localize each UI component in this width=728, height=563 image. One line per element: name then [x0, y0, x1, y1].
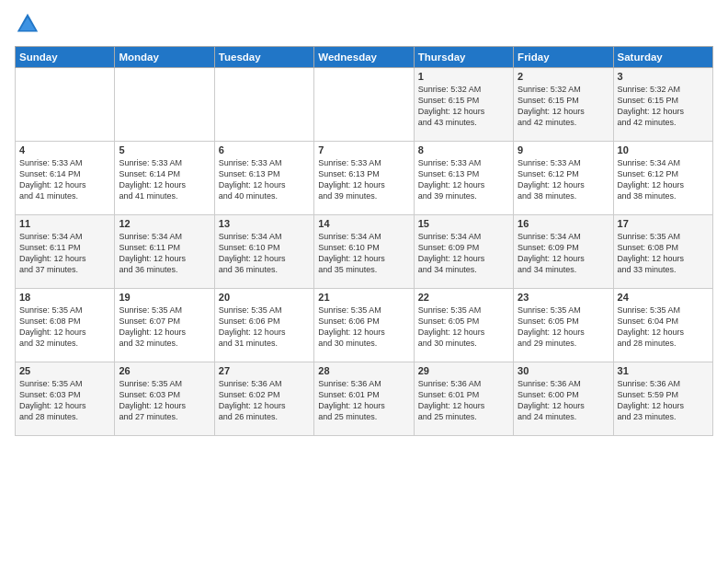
day-info: Sunrise: 5:36 AM Sunset: 6:00 PM Dayligh… — [518, 378, 609, 423]
day-info: Sunrise: 5:36 AM Sunset: 5:59 PM Dayligh… — [618, 378, 709, 423]
calendar-cell: 18Sunrise: 5:35 AM Sunset: 6:08 PM Dayli… — [16, 289, 115, 362]
calendar-cell: 29Sunrise: 5:36 AM Sunset: 6:01 PM Dayli… — [414, 362, 513, 436]
day-number: 1 — [418, 71, 509, 82]
calendar-cell: 17Sunrise: 5:35 AM Sunset: 6:08 PM Dayli… — [613, 215, 712, 289]
day-number: 22 — [418, 292, 509, 303]
calendar-cell: 4Sunrise: 5:33 AM Sunset: 6:14 PM Daylig… — [16, 142, 115, 215]
calendar-cell: 16Sunrise: 5:34 AM Sunset: 6:09 PM Dayli… — [514, 215, 613, 289]
day-number: 15 — [418, 218, 509, 229]
calendar-week-row: 25Sunrise: 5:35 AM Sunset: 6:03 PM Dayli… — [16, 362, 713, 436]
weekday-header: Tuesday — [214, 47, 313, 68]
calendar-cell: 20Sunrise: 5:35 AM Sunset: 6:06 PM Dayli… — [214, 289, 313, 362]
day-number: 8 — [418, 144, 509, 155]
day-info: Sunrise: 5:34 AM Sunset: 6:10 PM Dayligh… — [219, 231, 310, 276]
day-info: Sunrise: 5:35 AM Sunset: 6:05 PM Dayligh… — [518, 304, 609, 350]
day-number: 17 — [618, 218, 709, 229]
day-info: Sunrise: 5:35 AM Sunset: 6:04 PM Dayligh… — [618, 304, 709, 350]
day-number: 7 — [318, 144, 409, 155]
weekday-header: Thursday — [414, 47, 513, 68]
weekday-header: Saturday — [613, 47, 712, 68]
day-info: Sunrise: 5:35 AM Sunset: 6:03 PM Dayligh… — [19, 378, 110, 423]
day-number: 23 — [518, 292, 609, 303]
day-number: 31 — [618, 365, 709, 376]
calendar-week-row: 1Sunrise: 5:32 AM Sunset: 6:15 PM Daylig… — [16, 68, 713, 142]
calendar-cell: 26Sunrise: 5:35 AM Sunset: 6:03 PM Dayli… — [115, 362, 214, 436]
day-info: Sunrise: 5:33 AM Sunset: 6:13 PM Dayligh… — [418, 157, 509, 202]
day-number: 20 — [219, 292, 310, 303]
page-container: SundayMondayTuesdayWednesdayThursdayFrid… — [0, 0, 728, 443]
day-number: 21 — [318, 292, 409, 303]
calendar-cell: 5Sunrise: 5:33 AM Sunset: 6:14 PM Daylig… — [115, 142, 214, 215]
day-info: Sunrise: 5:34 AM Sunset: 6:09 PM Dayligh… — [418, 231, 509, 276]
calendar-cell: 1Sunrise: 5:32 AM Sunset: 6:15 PM Daylig… — [414, 68, 513, 142]
calendar-week-row: 18Sunrise: 5:35 AM Sunset: 6:08 PM Dayli… — [16, 289, 713, 362]
day-info: Sunrise: 5:35 AM Sunset: 6:03 PM Dayligh… — [119, 378, 210, 423]
day-info: Sunrise: 5:33 AM Sunset: 6:13 PM Dayligh… — [318, 157, 409, 202]
calendar-cell: 19Sunrise: 5:35 AM Sunset: 6:07 PM Dayli… — [115, 289, 214, 362]
calendar-cell: 22Sunrise: 5:35 AM Sunset: 6:05 PM Dayli… — [414, 289, 513, 362]
calendar-cell: 23Sunrise: 5:35 AM Sunset: 6:05 PM Dayli… — [514, 289, 613, 362]
day-number: 28 — [318, 365, 409, 376]
day-info: Sunrise: 5:32 AM Sunset: 6:15 PM Dayligh… — [518, 84, 609, 129]
calendar-cell: 15Sunrise: 5:34 AM Sunset: 6:09 PM Dayli… — [414, 215, 513, 289]
day-number: 25 — [19, 365, 110, 376]
day-info: Sunrise: 5:36 AM Sunset: 6:01 PM Dayligh… — [418, 378, 509, 423]
day-info: Sunrise: 5:35 AM Sunset: 6:06 PM Dayligh… — [318, 304, 409, 350]
header — [15, 11, 713, 37]
day-info: Sunrise: 5:33 AM Sunset: 6:14 PM Dayligh… — [19, 157, 110, 202]
calendar-cell: 7Sunrise: 5:33 AM Sunset: 6:13 PM Daylig… — [314, 142, 414, 215]
day-number: 5 — [119, 144, 210, 155]
weekday-header: Monday — [115, 47, 214, 68]
day-info: Sunrise: 5:33 AM Sunset: 6:14 PM Dayligh… — [119, 157, 210, 202]
day-info: Sunrise: 5:33 AM Sunset: 6:13 PM Dayligh… — [219, 157, 310, 202]
calendar-cell: 8Sunrise: 5:33 AM Sunset: 6:13 PM Daylig… — [414, 142, 513, 215]
calendar-cell: 9Sunrise: 5:33 AM Sunset: 6:12 PM Daylig… — [514, 142, 613, 215]
day-info: Sunrise: 5:33 AM Sunset: 6:12 PM Dayligh… — [518, 157, 609, 202]
day-number: 2 — [518, 71, 609, 82]
day-number: 26 — [119, 365, 210, 376]
day-number: 11 — [19, 218, 110, 229]
calendar-cell — [16, 68, 115, 142]
calendar-week-row: 11Sunrise: 5:34 AM Sunset: 6:11 PM Dayli… — [16, 215, 713, 289]
day-info: Sunrise: 5:34 AM Sunset: 6:11 PM Dayligh… — [119, 231, 210, 276]
day-number: 9 — [518, 144, 609, 155]
day-number: 30 — [518, 365, 609, 376]
calendar-cell: 14Sunrise: 5:34 AM Sunset: 6:10 PM Dayli… — [314, 215, 414, 289]
logo — [15, 11, 44, 37]
day-number: 29 — [418, 365, 509, 376]
header-row: SundayMondayTuesdayWednesdayThursdayFrid… — [16, 47, 713, 68]
day-number: 19 — [119, 292, 210, 303]
weekday-header: Friday — [514, 47, 613, 68]
day-number: 10 — [618, 144, 709, 155]
calendar-cell — [115, 68, 214, 142]
day-number: 4 — [19, 144, 110, 155]
weekday-header: Wednesday — [314, 47, 414, 68]
calendar-cell: 30Sunrise: 5:36 AM Sunset: 6:00 PM Dayli… — [514, 362, 613, 436]
calendar-cell: 31Sunrise: 5:36 AM Sunset: 5:59 PM Dayli… — [613, 362, 712, 436]
calendar-cell: 10Sunrise: 5:34 AM Sunset: 6:12 PM Dayli… — [613, 142, 712, 215]
calendar-cell: 12Sunrise: 5:34 AM Sunset: 6:11 PM Dayli… — [115, 215, 214, 289]
day-info: Sunrise: 5:34 AM Sunset: 6:12 PM Dayligh… — [618, 157, 709, 202]
logo-icon — [15, 11, 40, 37]
calendar-cell — [314, 68, 414, 142]
day-number: 12 — [119, 218, 210, 229]
day-info: Sunrise: 5:34 AM Sunset: 6:10 PM Dayligh… — [318, 231, 409, 276]
day-info: Sunrise: 5:35 AM Sunset: 6:06 PM Dayligh… — [219, 304, 310, 350]
calendar-cell: 11Sunrise: 5:34 AM Sunset: 6:11 PM Dayli… — [16, 215, 115, 289]
calendar-table: SundayMondayTuesdayWednesdayThursdayFrid… — [15, 46, 713, 436]
day-number: 3 — [618, 71, 709, 82]
day-number: 18 — [19, 292, 110, 303]
day-number: 13 — [219, 218, 310, 229]
day-info: Sunrise: 5:36 AM Sunset: 6:01 PM Dayligh… — [318, 378, 409, 423]
calendar-cell — [214, 68, 313, 142]
day-info: Sunrise: 5:32 AM Sunset: 6:15 PM Dayligh… — [618, 84, 709, 129]
day-number: 16 — [518, 218, 609, 229]
day-info: Sunrise: 5:35 AM Sunset: 6:05 PM Dayligh… — [418, 304, 509, 350]
calendar-cell: 21Sunrise: 5:35 AM Sunset: 6:06 PM Dayli… — [314, 289, 414, 362]
day-number: 14 — [318, 218, 409, 229]
calendar-cell: 3Sunrise: 5:32 AM Sunset: 6:15 PM Daylig… — [613, 68, 712, 142]
day-info: Sunrise: 5:35 AM Sunset: 6:07 PM Dayligh… — [119, 304, 210, 350]
day-info: Sunrise: 5:36 AM Sunset: 6:02 PM Dayligh… — [219, 378, 310, 423]
calendar-cell: 27Sunrise: 5:36 AM Sunset: 6:02 PM Dayli… — [214, 362, 313, 436]
day-info: Sunrise: 5:34 AM Sunset: 6:11 PM Dayligh… — [19, 231, 110, 276]
